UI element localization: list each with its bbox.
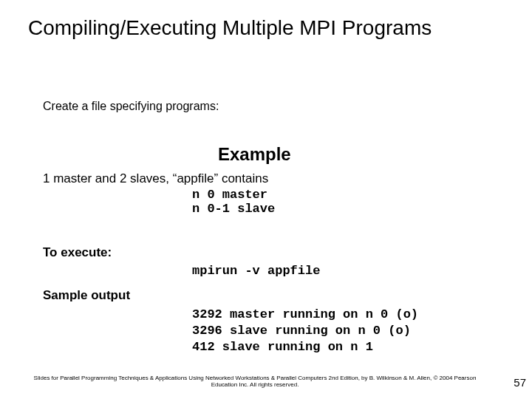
example-description: 1 master and 2 slaves, “appfile” contain… <box>43 171 268 186</box>
execute-command: mpirun -v appfile <box>192 264 320 278</box>
intro-text: Create a file specifying programs: <box>43 100 219 113</box>
sample-output: 3292 master running on n 0 (o) 3296 slav… <box>192 307 418 355</box>
execute-label: To execute: <box>43 245 112 260</box>
sample-output-label: Sample output <box>43 288 130 303</box>
page-number: 57 <box>514 376 526 389</box>
footer-citation: Slides for Parallel Programming Techniqu… <box>30 375 480 389</box>
appfile-content: n 0 master n 0-1 slave <box>192 188 275 216</box>
slide-title: Compiling/Executing Multiple MPI Program… <box>28 16 510 40</box>
slide: Compiling/Executing Multiple MPI Program… <box>0 0 532 399</box>
example-heading: Example <box>218 144 291 165</box>
